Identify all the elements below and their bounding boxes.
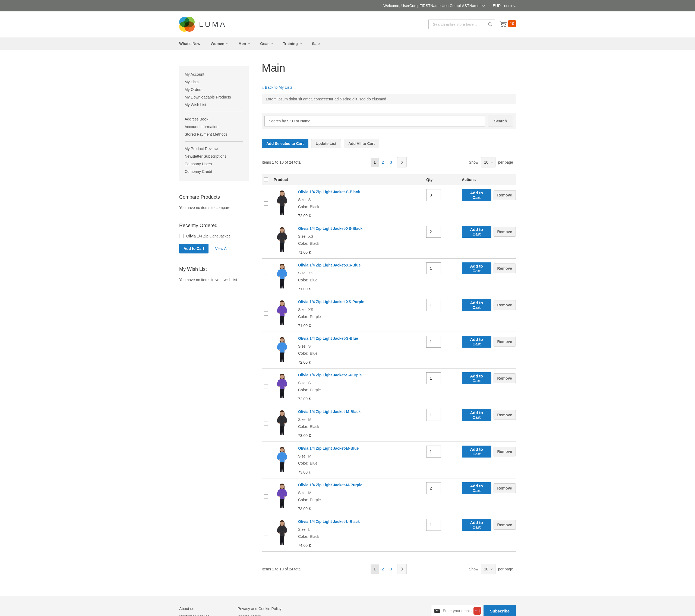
product-image[interactable] bbox=[274, 519, 290, 545]
update-list-button[interactable]: Update List bbox=[311, 139, 341, 148]
row-checkbox[interactable] bbox=[264, 238, 268, 242]
qty-input[interactable] bbox=[426, 262, 441, 274]
product-image[interactable] bbox=[274, 446, 290, 472]
row-checkbox[interactable] bbox=[264, 421, 268, 426]
sidebar-item-company-credit[interactable]: Company Credit bbox=[185, 168, 243, 175]
pagination-page-2[interactable]: 2 bbox=[379, 158, 387, 167]
qty-input[interactable] bbox=[426, 226, 441, 238]
product-image[interactable] bbox=[274, 482, 290, 509]
product-name-link[interactable]: Olivia 1/4 Zip Light Jacket-XS-Black bbox=[298, 226, 362, 231]
sidebar-item-my-wish-list[interactable]: My Wish List bbox=[185, 101, 243, 108]
recently-ordered-product[interactable]: Olivia 1/4 Zip Light Jacket bbox=[186, 234, 230, 238]
sidebar-item-account-information[interactable]: Account Information bbox=[185, 123, 243, 131]
view-all-link[interactable]: View All bbox=[215, 246, 228, 251]
footer-link-privacy-and-cookie-policy[interactable]: Privacy and Cookie Policy bbox=[238, 605, 431, 613]
row-checkbox[interactable] bbox=[264, 275, 268, 279]
product-name-link[interactable]: Olivia 1/4 Zip Light Jacket-L-Black bbox=[298, 519, 360, 524]
currency-switcher[interactable]: EUR - euro bbox=[493, 3, 516, 8]
cart-button[interactable]: 10 bbox=[499, 20, 516, 28]
qty-input[interactable] bbox=[426, 409, 441, 421]
add-to-cart-button[interactable]: Add to Cart bbox=[462, 226, 491, 238]
remove-button[interactable]: Remove bbox=[494, 263, 516, 273]
pagination-page-3[interactable]: 3 bbox=[387, 564, 395, 574]
product-image[interactable] bbox=[274, 336, 290, 362]
per-page-select[interactable]: 10 bbox=[481, 157, 495, 168]
add-to-cart-button[interactable]: Add to Cart bbox=[462, 189, 491, 201]
remove-button[interactable]: Remove bbox=[494, 410, 516, 420]
sidebar-item-my-account[interactable]: My Account bbox=[185, 71, 243, 78]
qty-input[interactable] bbox=[426, 482, 441, 494]
sidebar-item-newsletter-subscriptions[interactable]: Newsletter Subscriptions bbox=[185, 153, 243, 160]
select-all-checkbox[interactable] bbox=[264, 177, 268, 182]
store-search-input[interactable] bbox=[428, 19, 495, 29]
pagination-page-3[interactable]: 3 bbox=[387, 158, 395, 167]
add-to-cart-button[interactable]: Add to Cart bbox=[462, 262, 491, 274]
remove-button[interactable]: Remove bbox=[494, 373, 516, 383]
add-selected-to-cart-button[interactable]: Add Selected to Cart bbox=[262, 139, 308, 148]
row-checkbox[interactable] bbox=[264, 494, 268, 499]
remove-button[interactable]: Remove bbox=[494, 337, 516, 346]
remove-button[interactable]: Remove bbox=[494, 190, 516, 200]
pagination-page-2[interactable]: 2 bbox=[379, 564, 387, 574]
nav-item-gear[interactable]: Gear bbox=[260, 41, 273, 46]
remove-button[interactable]: Remove bbox=[494, 300, 516, 310]
row-checkbox[interactable] bbox=[264, 201, 268, 206]
qty-input[interactable] bbox=[426, 372, 441, 384]
product-name-link[interactable]: Olivia 1/4 Zip Light Jacket-M-Black bbox=[298, 410, 360, 414]
nav-item-men[interactable]: Men bbox=[238, 41, 250, 46]
chevron-down-icon[interactable] bbox=[482, 4, 485, 7]
row-checkbox[interactable] bbox=[264, 348, 268, 352]
subscribe-button[interactable]: Subscribe bbox=[484, 605, 516, 616]
nav-item-training[interactable]: Training bbox=[283, 41, 301, 46]
row-checkbox[interactable] bbox=[264, 531, 268, 535]
row-checkbox[interactable] bbox=[264, 384, 268, 389]
remove-button[interactable]: Remove bbox=[494, 227, 516, 237]
sidebar-item-my-product-reviews[interactable]: My Product Reviews bbox=[185, 145, 243, 153]
add-to-cart-button[interactable]: Add to Cart bbox=[462, 336, 491, 348]
recently-ordered-checkbox[interactable] bbox=[179, 234, 184, 238]
add-to-cart-button[interactable]: Add to Cart bbox=[462, 482, 491, 494]
qty-input[interactable] bbox=[426, 189, 441, 201]
remove-button[interactable]: Remove bbox=[494, 447, 516, 457]
sidebar-item-stored-payment-methods[interactable]: Stored Payment Methods bbox=[185, 131, 243, 138]
add-to-cart-button[interactable]: Add to Cart bbox=[179, 244, 208, 254]
footer-link-about-us[interactable]: About us bbox=[179, 605, 238, 613]
product-name-link[interactable]: Olivia 1/4 Zip Light Jacket-S-Purple bbox=[298, 373, 362, 377]
add-to-cart-button[interactable]: Add to Cart bbox=[462, 372, 491, 384]
sidebar-item-my-downloadable-products[interactable]: My Downloadable Products bbox=[185, 93, 243, 101]
sidebar-item-address-book[interactable]: Address Book bbox=[185, 115, 243, 123]
product-image[interactable] bbox=[274, 189, 290, 216]
sku-search-button[interactable]: Search bbox=[488, 116, 513, 126]
row-checkbox[interactable] bbox=[264, 311, 268, 315]
sidebar-item-my-lists[interactable]: My Lists bbox=[185, 78, 243, 86]
product-name-link[interactable]: Olivia 1/4 Zip Light Jacket-S-Blue bbox=[298, 336, 358, 341]
remove-button[interactable]: Remove bbox=[494, 520, 516, 530]
next-page-button[interactable] bbox=[397, 564, 407, 574]
nav-item-sale[interactable]: Sale bbox=[312, 41, 320, 46]
search-icon[interactable] bbox=[486, 20, 494, 29]
product-image[interactable] bbox=[274, 262, 290, 289]
next-page-button[interactable] bbox=[397, 157, 407, 168]
nav-item-women[interactable]: Women bbox=[211, 41, 228, 46]
sku-search-input[interactable] bbox=[265, 116, 485, 126]
product-name-link[interactable]: Olivia 1/4 Zip Light Jacket-S-Black bbox=[298, 190, 360, 194]
product-image[interactable] bbox=[274, 226, 290, 252]
sidebar-item-company-users[interactable]: Company Users bbox=[185, 160, 243, 168]
per-page-select[interactable]: 10 bbox=[481, 564, 495, 574]
add-to-cart-button[interactable]: Add to Cart bbox=[462, 519, 491, 531]
product-name-link[interactable]: Olivia 1/4 Zip Light Jacket-M-Blue bbox=[298, 446, 359, 450]
add-to-cart-button[interactable]: Add to Cart bbox=[462, 299, 491, 311]
footer-link-customer-service[interactable]: Customer Service bbox=[179, 613, 238, 616]
password-manager-icon[interactable]: ••• bbox=[473, 607, 481, 615]
qty-input[interactable] bbox=[426, 299, 441, 311]
qty-input[interactable] bbox=[426, 519, 441, 531]
product-image[interactable] bbox=[274, 372, 290, 399]
product-image[interactable] bbox=[274, 409, 290, 435]
footer-link-search-terms[interactable]: Search Terms bbox=[238, 613, 431, 616]
nav-item-what-s-new[interactable]: What's New bbox=[179, 41, 200, 46]
product-name-link[interactable]: Olivia 1/4 Zip Light Jacket-XS-Purple bbox=[298, 300, 365, 304]
sidebar-item-my-orders[interactable]: My Orders bbox=[185, 86, 243, 93]
luma-logo[interactable]: LUMA bbox=[179, 17, 227, 32]
row-checkbox[interactable] bbox=[264, 458, 268, 462]
product-name-link[interactable]: Olivia 1/4 Zip Light Jacket-XS-Blue bbox=[298, 263, 360, 267]
